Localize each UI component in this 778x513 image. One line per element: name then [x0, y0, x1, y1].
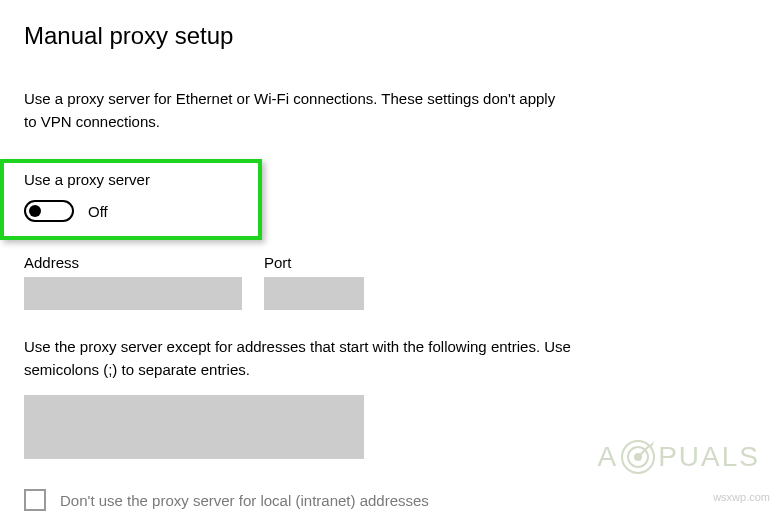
toggle-knob [29, 205, 41, 217]
proxy-toggle-highlight: Use a proxy server Off [0, 159, 262, 240]
local-bypass-checkbox[interactable] [24, 489, 46, 511]
exceptions-input[interactable] [24, 395, 364, 459]
port-label: Port [264, 254, 364, 271]
section-description: Use a proxy server for Ethernet or Wi-Fi… [24, 88, 564, 133]
watermark-logo: A PUALS [597, 439, 760, 475]
source-attribution: wsxwp.com [713, 491, 770, 503]
address-input[interactable] [24, 277, 242, 310]
exceptions-description: Use the proxy server except for addresse… [24, 336, 584, 381]
watermark-text-before: A [597, 441, 618, 473]
watermark-text-after: PUALS [658, 441, 760, 473]
proxy-toggle-label: Use a proxy server [24, 171, 238, 188]
section-title: Manual proxy setup [24, 22, 754, 50]
address-label: Address [24, 254, 242, 271]
port-input[interactable] [264, 277, 364, 310]
proxy-toggle-switch[interactable] [24, 200, 74, 222]
dart-icon [620, 439, 656, 475]
proxy-toggle-state: Off [88, 203, 108, 220]
local-bypass-label: Don't use the proxy server for local (in… [60, 492, 429, 509]
